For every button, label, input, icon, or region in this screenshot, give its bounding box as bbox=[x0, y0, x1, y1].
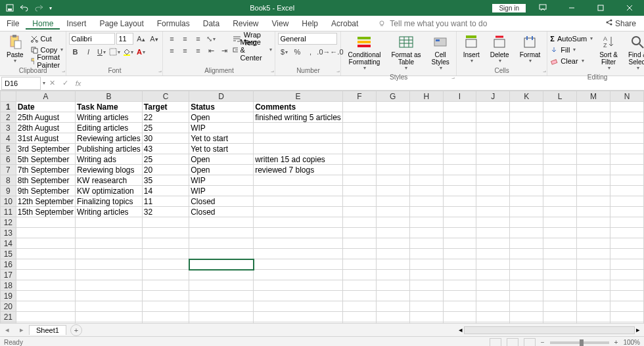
row-header-11[interactable]: 11 bbox=[1, 207, 16, 217]
cell-C10[interactable]: 11 bbox=[142, 196, 189, 207]
cell-D6[interactable]: Open bbox=[189, 154, 254, 165]
cell-M19[interactable] bbox=[576, 291, 610, 301]
cell-K11[interactable] bbox=[510, 207, 543, 217]
cell-N4[interactable] bbox=[610, 133, 643, 144]
cell-C1[interactable]: Target bbox=[142, 102, 189, 112]
cell-L7[interactable] bbox=[543, 165, 577, 175]
signin-button[interactable]: Sign in bbox=[492, 4, 526, 12]
cell-B16[interactable] bbox=[76, 259, 143, 270]
sheet-nav-next-icon[interactable]: ▸ bbox=[14, 326, 29, 334]
cell-I11[interactable] bbox=[443, 207, 476, 217]
cell-D3[interactable]: WIP bbox=[189, 123, 254, 133]
cell-F19[interactable] bbox=[342, 291, 376, 301]
zoom-level[interactable]: 100% bbox=[623, 339, 640, 346]
cell-I12[interactable] bbox=[443, 217, 476, 228]
cell-N5[interactable] bbox=[610, 144, 643, 154]
cell-F9[interactable] bbox=[342, 186, 376, 196]
cell-D17[interactable] bbox=[189, 270, 254, 280]
format-as-table-button[interactable]: Format as Table▾ bbox=[387, 33, 425, 73]
cell-G6[interactable] bbox=[376, 154, 409, 165]
cell-H17[interactable] bbox=[409, 270, 443, 280]
row-header-16[interactable]: 16 bbox=[1, 259, 16, 270]
cell-L17[interactable] bbox=[543, 270, 577, 280]
cell-B11[interactable]: Writing articles bbox=[76, 207, 143, 217]
cell-A3[interactable]: 28th August bbox=[16, 123, 75, 133]
align-middle-icon[interactable]: ≡ bbox=[179, 33, 191, 45]
cell-H2[interactable] bbox=[409, 112, 443, 123]
normal-view-icon[interactable] bbox=[490, 338, 501, 347]
cell-H18[interactable] bbox=[409, 280, 443, 291]
cell-F7[interactable] bbox=[342, 165, 376, 175]
cell-E15[interactable] bbox=[254, 249, 343, 259]
cell-J19[interactable] bbox=[476, 291, 510, 301]
cell-H14[interactable] bbox=[409, 238, 443, 249]
cell-G19[interactable] bbox=[376, 291, 409, 301]
cell-F6[interactable] bbox=[342, 154, 376, 165]
col-header-D[interactable]: D bbox=[189, 91, 254, 102]
cell-L9[interactable] bbox=[543, 186, 577, 196]
name-box[interactable] bbox=[1, 77, 41, 90]
cell-G18[interactable] bbox=[376, 280, 409, 291]
cell-G7[interactable] bbox=[376, 165, 409, 175]
page-break-view-icon[interactable] bbox=[524, 338, 536, 347]
tab-insert[interactable]: Insert bbox=[60, 19, 93, 28]
cell-J3[interactable] bbox=[476, 123, 510, 133]
ribbon-options-icon[interactable] bbox=[531, 0, 555, 16]
cell-G21[interactable] bbox=[376, 312, 409, 322]
zoom-slider[interactable] bbox=[550, 341, 609, 344]
cell-N6[interactable] bbox=[610, 154, 643, 165]
cell-K8[interactable] bbox=[510, 175, 543, 186]
cell-B12[interactable] bbox=[76, 217, 143, 228]
cell-G2[interactable] bbox=[376, 112, 409, 123]
cell-B7[interactable]: Reviewing blogs bbox=[76, 165, 143, 175]
col-header-G[interactable]: G bbox=[376, 91, 409, 102]
cell-L12[interactable] bbox=[543, 217, 577, 228]
cell-G13[interactable] bbox=[376, 228, 409, 238]
enter-formula-icon[interactable]: ✓ bbox=[58, 79, 72, 87]
cell-N16[interactable] bbox=[610, 259, 643, 270]
cell-L4[interactable] bbox=[543, 133, 577, 144]
cell-L14[interactable] bbox=[543, 238, 577, 249]
col-header-F[interactable]: F bbox=[342, 91, 376, 102]
cell-D1[interactable]: Status bbox=[189, 102, 254, 112]
cell-N8[interactable] bbox=[610, 175, 643, 186]
cell-E13[interactable] bbox=[254, 228, 343, 238]
cell-G20[interactable] bbox=[376, 301, 409, 312]
cell-L16[interactable] bbox=[543, 259, 577, 270]
cell-A10[interactable]: 12th September bbox=[16, 196, 75, 207]
cell-D11[interactable]: Closed bbox=[189, 207, 254, 217]
cut-button[interactable]: Cut bbox=[30, 33, 64, 44]
cell-A18[interactable] bbox=[16, 280, 75, 291]
cell-C19[interactable] bbox=[142, 291, 189, 301]
cell-N17[interactable] bbox=[610, 270, 643, 280]
cell-H15[interactable] bbox=[409, 249, 443, 259]
row-header-4[interactable]: 4 bbox=[1, 133, 16, 144]
cell-M8[interactable] bbox=[576, 175, 610, 186]
cell-A22[interactable] bbox=[16, 322, 75, 324]
cell-K18[interactable] bbox=[510, 280, 543, 291]
fill-button[interactable]: Fill▾ bbox=[550, 44, 593, 55]
align-bottom-icon[interactable]: ≡ bbox=[192, 33, 204, 45]
cell-E3[interactable] bbox=[254, 123, 343, 133]
cell-G4[interactable] bbox=[376, 133, 409, 144]
bold-button[interactable]: B bbox=[69, 46, 81, 58]
col-header-C[interactable]: C bbox=[142, 91, 189, 102]
cell-D21[interactable] bbox=[189, 312, 254, 322]
cell-B19[interactable] bbox=[76, 291, 143, 301]
cell-H9[interactable] bbox=[409, 186, 443, 196]
cell-G11[interactable] bbox=[376, 207, 409, 217]
col-header-H[interactable]: H bbox=[409, 91, 443, 102]
cell-I1[interactable] bbox=[443, 102, 476, 112]
cell-F20[interactable] bbox=[342, 301, 376, 312]
cell-J16[interactable] bbox=[476, 259, 510, 270]
cell-C7[interactable]: 20 bbox=[142, 165, 189, 175]
cell-F2[interactable] bbox=[342, 112, 376, 123]
cell-M18[interactable] bbox=[576, 280, 610, 291]
underline-button[interactable]: U▾ bbox=[95, 46, 107, 58]
cell-C9[interactable]: 14 bbox=[142, 186, 189, 196]
cell-N12[interactable] bbox=[610, 217, 643, 228]
cell-I5[interactable] bbox=[443, 144, 476, 154]
cell-I14[interactable] bbox=[443, 238, 476, 249]
cell-E19[interactable] bbox=[254, 291, 343, 301]
cell-G17[interactable] bbox=[376, 270, 409, 280]
